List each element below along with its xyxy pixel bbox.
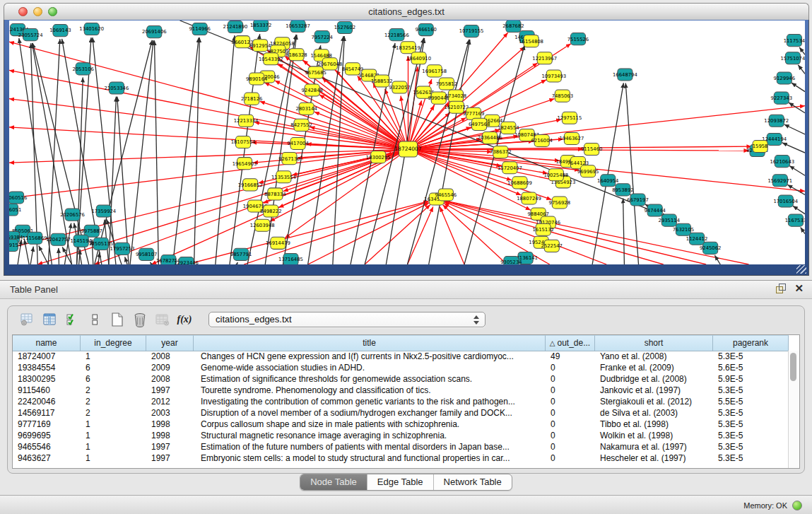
graph-edge [408,206,433,264]
graph-node-label: 19654903 [233,161,257,167]
column-header-title[interactable]: title [194,335,546,351]
minimize-window-button[interactable] [33,7,42,16]
column-header-name[interactable]: name [13,335,81,351]
graph-node-label: 9129946 [774,76,795,81]
table-cell: 1 [81,441,146,452]
table-cell: 1 [81,419,146,430]
table-row[interactable]: 946362711997Embryonic stem cells: a mode… [13,452,789,464]
table-cell: de Silva et al. (2003) [595,407,713,419]
graph-edge [445,201,663,264]
graph-node-label: 19463627 [560,136,584,141]
row-height-icon[interactable] [86,311,104,328]
close-panel-icon[interactable]: ✕ [794,284,804,293]
graph-node-label: 1615132 [532,227,553,233]
table-cell: 5.3E-5 [713,407,789,419]
table-vertical-scrollbar[interactable] [788,351,799,468]
graph-edge [95,40,153,264]
table-row[interactable]: 977716911998Corpus callosum shape and si… [13,419,789,430]
graph-node-label: 20206576 [60,212,85,218]
graph-node-label: 10653287 [286,23,310,29]
table-cell: 2009 [146,362,194,373]
table-cell: 5.9E-5 [713,373,789,385]
column-header-out-de-[interactable]: △out_de... [546,335,595,351]
table-cell: Embryonic stem cells: a model to study s… [194,452,546,464]
window-resize-grip[interactable] [796,265,806,274]
show-columns-icon[interactable] [40,311,59,328]
tab-node-table[interactable]: Node Table [300,474,367,490]
graph-node-label: 1527602 [334,25,355,30]
table-row[interactable]: 1830029562008Estimation of significance … [13,373,789,385]
graph-node-label: 1588532 [371,78,392,84]
table-cell: 5.3E-5 [713,385,789,396]
column-header-in-degree[interactable]: in_degree [81,335,146,351]
graph-node-label: 9465546 [435,192,457,198]
table-body: 1872400712008Changes of HCN gene express… [13,351,789,468]
delete-table-icon[interactable] [153,311,172,328]
table-cell: Nakamura et al. (1997) [595,441,713,452]
network-canvas[interactable]: 1241364230557241069143134016202069140691… [9,21,805,264]
table-row[interactable]: 1456911722003Disruption of a novel membe… [13,407,789,419]
table-cell: 5.3E-5 [713,452,789,464]
table-cell: Hescheler et al. (1997) [595,452,713,464]
new-table-icon[interactable] [108,311,126,328]
table-cell: 1 [81,430,146,441]
tab-network-table[interactable]: Network Table [434,474,512,490]
scrollbar-thumb[interactable] [790,353,796,381]
table-cell: Jankovic et al. (1997) [595,385,713,396]
graph-node-label: 18107554 [231,139,256,145]
graph-node-label: 1069143 [49,28,71,33]
close-window-button[interactable] [18,7,28,16]
graph-node-label: 12042757 [46,237,71,243]
graph-node-label: 9245062 [700,245,721,251]
table-cell: 0 [546,396,595,407]
graph-node-label: 20364486 [478,135,502,141]
table-cell: 2008 [146,373,194,385]
table-row[interactable]: 1938455462009Genome-wide association stu… [13,362,789,373]
window-titlebar[interactable]: citations_edges.txt [4,3,809,21]
float-panel-icon[interactable] [776,284,786,293]
citation-graph[interactable]: 1241364230557241069143134016202069140691… [9,21,805,264]
table-row[interactable]: 911546021997Tourette syndrome. Phenomeno… [13,385,789,396]
graph-node-label: 2935114 [659,218,680,223]
graph-node-label: 7955812 [436,81,457,87]
graph-node-label: 9466160 [415,27,436,33]
table-row[interactable]: 2242004622012Investigating the contribut… [13,396,789,407]
tab-edge-table[interactable]: Edge Table [367,474,434,490]
graph-node-label: 9305234 [500,259,522,264]
graph-node-label: 9777169 [463,111,484,117]
graph-edge [714,255,720,264]
table-cell: 0 [546,407,595,419]
table-cell: Genome-wide association studies in ADHD. [194,362,546,373]
delete-column-trash-icon[interactable] [131,311,149,328]
graph-node-label: 16914479 [266,240,290,246]
table-selector-dropdown[interactable]: citations_edges.txt [208,312,486,327]
table-row[interactable]: 946554611997Estimation of the future num… [13,441,789,452]
graph-edge [187,201,429,264]
table-cell: Dudbridge et al. (2008) [595,373,713,385]
zoom-window-button[interactable] [48,7,57,16]
table-cell: Tibbo et al. (1998) [595,419,713,430]
table-cell: 2 [81,396,146,407]
graph-edge [9,149,408,198]
column-header-year[interactable]: year [146,335,194,351]
table-cell: Yano et al. (2008) [595,351,713,362]
table-row[interactable]: 969969511998Structural magnetic resonanc… [13,430,789,441]
select-columns-checklist-icon[interactable] [63,311,81,328]
graph-node-label: 8498222 [260,209,281,214]
graph-edge [48,39,59,264]
function-builder-icon[interactable]: f(x) [176,311,194,328]
graph-edge [789,166,805,176]
table-cell: 5.3E-5 [713,441,789,452]
column-header-short[interactable]: short [595,335,713,351]
table-cell: 19384554 [13,362,81,373]
graph-node-label: 2687682 [502,23,524,29]
graph-node-label: 1853372 [250,23,271,28]
graph-node-label: 1569154 [9,243,21,248]
column-header-pagerank[interactable]: pagerank [713,335,789,351]
graph-node-label: 7632105 [673,227,694,233]
table-settings-icon[interactable] [18,311,36,328]
table-row[interactable]: 1872400712008Changes of HCN gene express… [13,351,789,362]
graph-node-label: 18325419 [396,45,420,51]
table-cell: 1 [81,351,146,362]
table-cell: 18300295 [13,373,81,385]
